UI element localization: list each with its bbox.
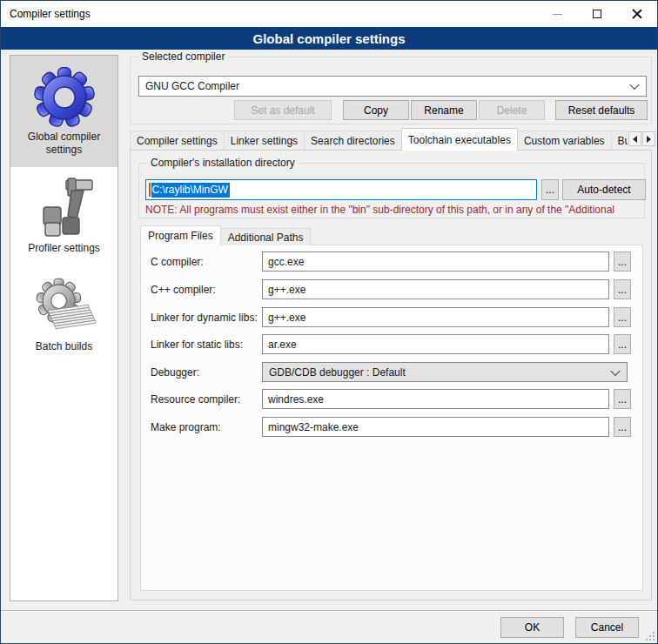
- group-label: Selected compiler: [138, 50, 228, 63]
- resource-compiler-value: windres.exe: [268, 393, 324, 406]
- tab-additional-paths[interactable]: Additional Paths: [220, 228, 312, 245]
- sidebar-item-profiler-settings[interactable]: Profiler settings: [10, 167, 118, 265]
- title-bar: Compiler settings: [1, 1, 657, 27]
- cpp-compiler-value: g++.exe: [268, 284, 306, 296]
- make-program-label: Make program:: [151, 421, 221, 433]
- c-compiler-input[interactable]: gcc.exe: [262, 252, 609, 272]
- resource-compiler-label: Resource compiler:: [151, 393, 240, 406]
- bin-subdirectory-note: NOTE: All programs must exist either in …: [145, 204, 648, 216]
- tab-compiler-settings[interactable]: Compiler settings: [130, 131, 225, 151]
- minimize-icon: [553, 14, 562, 15]
- browse-directory-button[interactable]: ...: [541, 179, 559, 200]
- c-compiler-browse-button[interactable]: ...: [614, 252, 631, 272]
- sidebar-item-label: Batch builds: [13, 340, 115, 353]
- auto-detect-button[interactable]: Auto-detect: [562, 179, 646, 200]
- maximize-button[interactable]: [577, 1, 617, 27]
- blue-gear-icon: [13, 64, 115, 131]
- set-as-default-button[interactable]: Set as default: [234, 100, 332, 120]
- compiler-settings-dialog: Compiler settings Global compiler settin…: [0, 0, 658, 644]
- footer-divider: [1, 610, 657, 612]
- tab-toolchain-executables[interactable]: Toolchain executables: [401, 128, 518, 151]
- tab-scroll-right-button[interactable]: [642, 131, 655, 146]
- close-icon: [632, 9, 642, 19]
- delete-button[interactable]: Delete: [479, 100, 545, 120]
- scroll-right-icon: [647, 136, 655, 143]
- linker-static-value: ar.exe: [268, 339, 297, 351]
- minimize-button[interactable]: [537, 1, 577, 27]
- resize-grip-icon[interactable]: [653, 639, 655, 641]
- linker-dynamic-label: Linker for dynamic libs:: [151, 312, 258, 324]
- page-title: Global compiler settings: [1, 27, 657, 50]
- debugger-label: Debugger:: [151, 366, 199, 379]
- reset-defaults-button[interactable]: Reset defaults: [555, 100, 648, 120]
- resource-compiler-input[interactable]: windres.exe: [262, 389, 609, 409]
- cpp-compiler-label: C++ compiler:: [151, 284, 216, 296]
- tab-linker-settings[interactable]: Linker settings: [224, 131, 305, 151]
- compiler-select-value: GNU GCC Compiler: [145, 80, 239, 92]
- sidebar-item-global-compiler-settings[interactable]: Global compiler settings: [10, 56, 118, 167]
- settings-tab-bar: Compiler settings Linker settings Search…: [130, 128, 628, 151]
- ok-button[interactable]: OK: [500, 617, 564, 638]
- c-compiler-value: gcc.exe: [268, 256, 304, 268]
- copy-button[interactable]: Copy: [343, 100, 409, 120]
- debugger-select[interactable]: GDB/CDB debugger : Default: [262, 362, 628, 382]
- make-program-input[interactable]: mingw32-make.exe: [262, 417, 609, 437]
- make-program-browse-button[interactable]: ...: [614, 417, 631, 437]
- tab-custom-variables[interactable]: Custom variables: [517, 131, 612, 151]
- tab-build-options[interactable]: Build: [611, 131, 628, 151]
- make-program-value: mingw32-make.exe: [268, 421, 359, 433]
- linker-dynamic-input[interactable]: g++.exe: [262, 307, 609, 327]
- debugger-select-value: GDB/CDB debugger : Default: [269, 366, 406, 379]
- tab-scroll-left-button[interactable]: [628, 131, 641, 146]
- settings-category-list: Global compiler settings Profiler settin…: [10, 55, 118, 601]
- cpp-compiler-browse-button[interactable]: ...: [614, 279, 631, 299]
- maximize-icon: [593, 10, 601, 18]
- gray-gear-stack-icon: [13, 274, 115, 340]
- program-paths-tab-bar: Program Files Additional Paths: [140, 225, 310, 245]
- cpp-compiler-input[interactable]: g++.exe: [262, 279, 609, 299]
- linker-static-browse-button[interactable]: ...: [614, 334, 631, 354]
- scroll-left-icon: [629, 136, 637, 143]
- installation-directory-input[interactable]: C:\raylib\MinGW: [145, 179, 537, 200]
- c-compiler-label: C compiler:: [151, 256, 204, 268]
- sidebar-item-batch-builds[interactable]: Batch builds: [10, 265, 118, 364]
- window-title: Compiler settings: [10, 8, 91, 20]
- linker-dynamic-browse-button[interactable]: ...: [614, 307, 631, 327]
- rename-button[interactable]: Rename: [411, 100, 477, 120]
- installation-directory-value: C:\raylib\MinGW: [151, 183, 230, 198]
- tab-scroll-buttons: [628, 131, 655, 146]
- chevron-down-icon: [629, 80, 639, 90]
- window-controls: [537, 1, 657, 27]
- linker-static-input[interactable]: ar.exe: [262, 334, 609, 354]
- resource-compiler-browse-button[interactable]: ...: [614, 389, 631, 409]
- sidebar-item-label: Global compiler settings: [13, 131, 115, 157]
- tab-search-directories[interactable]: Search directories: [304, 131, 402, 151]
- cancel-button[interactable]: Cancel: [575, 617, 639, 638]
- chevron-down-icon: [610, 366, 620, 375]
- caliper-icon: [13, 176, 115, 242]
- compiler-select[interactable]: GNU GCC Compiler: [138, 76, 647, 97]
- tab-program-files[interactable]: Program Files: [140, 225, 221, 245]
- sidebar-item-label: Profiler settings: [13, 242, 115, 255]
- linker-dynamic-value: g++.exe: [268, 312, 306, 324]
- linker-static-label: Linker for static libs:: [151, 339, 243, 351]
- group-label: Compiler's installation directory: [147, 157, 299, 169]
- close-button[interactable]: [617, 1, 657, 27]
